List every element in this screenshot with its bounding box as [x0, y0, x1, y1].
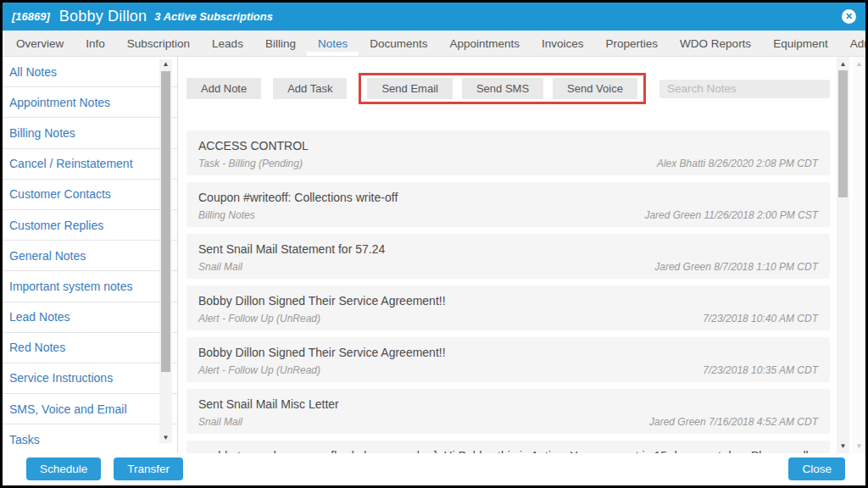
note-card[interactable]: unable to send message [bad phone number…: [186, 441, 830, 453]
note-title: Bobby Dillon Signed Their Service Agreem…: [198, 293, 818, 308]
note-category: Snail Mail: [198, 417, 242, 428]
note-stamp: 7/23/2018 10:35 AM CDT: [703, 365, 818, 376]
schedule-button[interactable]: Schedule: [26, 458, 101, 480]
title-bar: [16869] Bobby Dillon 3 Active Subscripti…: [3, 3, 865, 30]
circle-x-icon[interactable]: ✕: [842, 9, 856, 24]
note-card[interactable]: Bobby Dillon Signed Their Service Agreem…: [186, 337, 830, 382]
tab-leads[interactable]: Leads: [201, 30, 254, 56]
sidebar-item-general-notes[interactable]: General Notes: [3, 241, 177, 271]
note-title: Sent Snail Mail Misc Letter: [198, 396, 818, 412]
sidebar-item-service-instructions[interactable]: Service Instructions: [3, 363, 177, 394]
note-stamp: Alex Bhatti 8/26/2020 2:08 PM CDT: [657, 158, 818, 169]
note-title: Sent Snail Mail Statement for 57.24: [198, 241, 818, 257]
note-card[interactable]: Sent Snail Mail Misc Letter Snail Mail J…: [186, 389, 830, 434]
sidebar-item-all-notes[interactable]: All Notes: [3, 57, 177, 87]
sidebar-item-sms-voice-email[interactable]: SMS, Voice and Email: [3, 394, 177, 424]
note-stamp: Jared Green 7/16/2018 4:52 AM CDT: [649, 417, 818, 428]
note-card[interactable]: Bobby Dillon Signed Their Service Agreem…: [186, 286, 830, 330]
note-category: Task - Billing (Pending): [198, 158, 303, 169]
scroll-up-icon[interactable]: ▲: [159, 59, 172, 69]
tab-properties[interactable]: Properties: [595, 30, 670, 56]
note-category: Alert - Follow Up (UnRead): [198, 365, 320, 376]
scrollbar-thumb[interactable]: [838, 70, 848, 197]
note-stamp: Jared Green 8/7/2018 1:10 PM CDT: [654, 262, 818, 273]
send-buttons-highlight: Send Email Send SMS Send Voice: [359, 73, 645, 104]
footer-bar: Schedule Transfer Close: [3, 453, 865, 485]
scroll-up-icon[interactable]: ▲: [853, 58, 865, 69]
customer-name: Bobby Dillon: [59, 8, 147, 25]
tab-equipment[interactable]: Equipment: [762, 30, 839, 56]
note-category-sidebar: All Notes Appointment Notes Billing Note…: [3, 57, 178, 453]
notes-panel: Add Note Add Task Send Email Send SMS Se…: [178, 57, 837, 453]
tab-overview[interactable]: Overview: [5, 30, 75, 56]
note-stamp: Jared Green 11/26/2018 2:00 PM CST: [644, 210, 818, 221]
sidebar-item-tasks[interactable]: Tasks: [3, 424, 177, 455]
scroll-up-icon[interactable]: ▲: [837, 58, 849, 69]
note-stamp: 7/23/2018 10:40 AM CDT: [703, 313, 818, 324]
add-task-button[interactable]: Add Task: [273, 78, 347, 99]
send-voice-button[interactable]: Send Voice: [553, 78, 637, 99]
tab-info[interactable]: Info: [75, 30, 116, 56]
sidebar-item-red-notes[interactable]: Red Notes: [3, 333, 177, 363]
add-note-button[interactable]: Add Note: [186, 78, 261, 99]
scroll-down-icon[interactable]: ▼: [159, 433, 172, 443]
notes-list: ACCESS CONTROL Task - Billing (Pending) …: [186, 130, 830, 453]
note-card[interactable]: ACCESS CONTROL Task - Billing (Pending) …: [186, 130, 830, 175]
sidebar-item-billing-notes[interactable]: Billing Notes: [3, 118, 177, 148]
note-card[interactable]: Coupon #writeoff: Collections write-off …: [186, 182, 830, 227]
note-title: Bobby Dillon Signed Their Service Agreem…: [198, 345, 818, 360]
note-category: Alert - Follow Up (UnRead): [198, 313, 320, 324]
scrollbar-thumb[interactable]: [161, 71, 170, 372]
transfer-button[interactable]: Transfer: [114, 458, 183, 480]
close-button[interactable]: Close: [788, 458, 845, 480]
tab-billing[interactable]: Billing: [254, 30, 307, 56]
sidebar-item-customer-contacts[interactable]: Customer Contacts: [3, 180, 177, 210]
tab-notes[interactable]: Notes: [307, 30, 359, 56]
tab-wdo-reports[interactable]: WDO Reports: [669, 30, 762, 56]
content-area: All Notes Appointment Notes Billing Note…: [3, 57, 865, 453]
account-id: [16869]: [12, 10, 50, 23]
tab-invoices[interactable]: Invoices: [531, 30, 595, 56]
sidebar-item-important-system-notes[interactable]: Important system notes: [3, 271, 177, 302]
note-title: ACCESS CONTROL: [198, 138, 818, 153]
tab-bar: Overview Info Subscription Leads Billing…: [3, 30, 865, 57]
tab-admin[interactable]: Admin: [839, 30, 868, 56]
sidebar-item-appointment-notes[interactable]: Appointment Notes: [3, 87, 177, 118]
notes-toolbar: Add Note Add Task Send Email Send SMS Se…: [186, 73, 830, 104]
tab-subscription[interactable]: Subscription: [116, 30, 201, 56]
tab-documents[interactable]: Documents: [359, 30, 438, 56]
search-notes-input[interactable]: [659, 80, 830, 98]
sidebar-scrollbar[interactable]: ▲ ▼: [159, 59, 172, 443]
modal-scrollbar[interactable]: ▲ ▼: [853, 57, 865, 453]
tab-appointments[interactable]: Appointments: [438, 30, 531, 56]
scroll-down-icon[interactable]: ▼: [837, 441, 849, 452]
note-card[interactable]: Sent Snail Mail Statement for 57.24 Snai…: [186, 234, 830, 279]
sidebar-item-cancel-reinstatement[interactable]: Cancel / Reinstatement: [3, 149, 177, 180]
sidebar-item-lead-notes[interactable]: Lead Notes: [3, 302, 177, 333]
scroll-down-icon[interactable]: ▼: [853, 441, 865, 452]
note-category: Snail Mail: [198, 262, 242, 273]
customer-modal: [16869] Bobby Dillon 3 Active Subscripti…: [0, 0, 868, 488]
send-email-button[interactable]: Send Email: [367, 78, 452, 99]
subscription-summary: 3 Active Subscriptions: [154, 10, 273, 23]
note-category: Billing Notes: [198, 210, 255, 221]
sidebar-item-customer-replies[interactable]: Customer Replies: [3, 210, 177, 241]
notes-scrollbar[interactable]: ▲ ▼: [837, 57, 849, 453]
note-title: Coupon #writeoff: Collections write-off: [198, 190, 818, 205]
send-sms-button[interactable]: Send SMS: [462, 78, 543, 99]
